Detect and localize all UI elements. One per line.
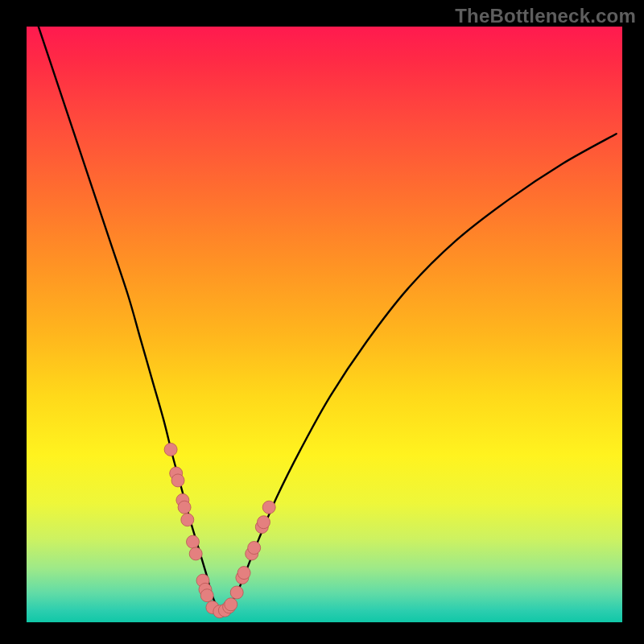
sample-point xyxy=(248,542,261,555)
sample-point xyxy=(258,516,270,529)
sample-point xyxy=(237,567,250,580)
bottleneck-curve xyxy=(39,27,617,611)
sample-points-group xyxy=(164,443,275,617)
plot-area xyxy=(27,27,622,622)
sample-point xyxy=(187,535,200,548)
sample-point xyxy=(189,547,202,560)
sample-point xyxy=(164,443,177,456)
chart-svg xyxy=(27,27,622,622)
sample-point xyxy=(230,586,243,599)
sample-point xyxy=(200,589,213,602)
watermark-text: TheBottleneck.com xyxy=(455,5,636,27)
outer-frame: TheBottleneck.com xyxy=(0,0,644,644)
sample-point xyxy=(225,598,237,611)
sample-point xyxy=(262,501,275,514)
sample-point xyxy=(181,514,194,526)
sample-point xyxy=(178,501,191,514)
sample-point xyxy=(171,474,184,487)
